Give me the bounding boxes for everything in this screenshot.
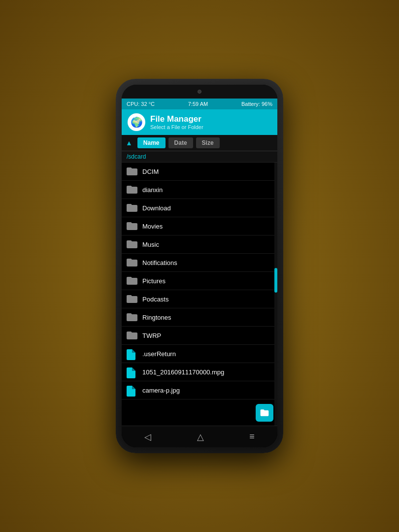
file-name: Ringtones	[142, 314, 272, 321]
file-name: Music	[142, 241, 272, 248]
list-item[interactable]: Ringtones	[122, 308, 277, 327]
folder-icon	[127, 222, 137, 231]
status-bar: CPU: 32 °C 7:59 AM Battery: 96%	[122, 99, 277, 109]
sort-size-button[interactable]: Size	[196, 137, 220, 148]
sort-name-button[interactable]: Name	[137, 137, 166, 148]
folder-icon	[127, 167, 137, 176]
file-name: TWRP	[142, 332, 272, 339]
phone-frame: CPU: 32 °C 7:59 AM Battery: 96% 🌍 File M…	[116, 79, 283, 453]
home-button[interactable]: △	[189, 428, 212, 446]
back-button[interactable]: ◁	[136, 428, 159, 446]
sort-bar: ▲ Name Date Size	[122, 135, 277, 151]
file-name: Notifications	[142, 259, 272, 266]
list-item[interactable]: dianxin	[122, 181, 277, 199]
file-list-container: DCIM dianxin	[122, 163, 277, 426]
file-icon	[127, 386, 137, 395]
scrollbar-thumb[interactable]	[274, 268, 277, 293]
list-item[interactable]: DCIM	[122, 163, 277, 181]
list-item[interactable]: camera-p.jpg	[122, 381, 277, 399]
app-icon: 🌍	[128, 113, 145, 131]
file-name: Podcasts	[142, 296, 272, 303]
file-icon	[127, 349, 137, 358]
file-list: DCIM dianxin	[122, 163, 277, 399]
file-icon	[127, 367, 137, 376]
file-name: Download	[142, 204, 272, 212]
cpu-status: CPU: 32 °C	[127, 101, 155, 107]
phone-top-bezel	[122, 85, 277, 99]
list-item[interactable]: Notifications	[122, 254, 277, 272]
phone-screen: CPU: 32 °C 7:59 AM Battery: 96% 🌍 File M…	[122, 85, 277, 447]
folder-icon	[127, 258, 137, 267]
sort-date-button[interactable]: Date	[168, 137, 193, 148]
folder-icon	[127, 203, 137, 212]
list-item[interactable]: 1051_20160911170000.mpg	[122, 363, 277, 381]
app-title: File Manager	[150, 114, 203, 124]
folder-icon	[127, 240, 137, 249]
file-name: .userReturn	[142, 350, 272, 358]
app-header: 🌍 File Manager Select a File or Folder	[122, 109, 277, 135]
file-name: 1051_20160911170000.mpg	[142, 368, 272, 376]
battery-status: Battery: 96%	[241, 101, 272, 107]
list-item[interactable]: TWRP	[122, 327, 277, 345]
path-bar: /sdcard	[122, 151, 277, 163]
sort-icon: ▲	[126, 139, 133, 147]
front-camera	[198, 90, 201, 94]
folder-icon	[127, 295, 137, 303]
current-path: /sdcard	[127, 153, 146, 160]
file-name: dianxin	[142, 186, 272, 194]
app-icon-glyph: 🌍	[131, 116, 143, 128]
list-item[interactable]: Movies	[122, 217, 277, 235]
app-title-area: File Manager Select a File or Folder	[150, 114, 203, 130]
list-item[interactable]: Download	[122, 199, 277, 217]
file-name: Pictures	[142, 277, 272, 285]
menu-button[interactable]: ≡	[241, 428, 263, 446]
scrollbar[interactable]	[274, 163, 277, 426]
list-item[interactable]: Music	[122, 235, 277, 254]
list-item[interactable]: .userReturn	[122, 345, 277, 363]
folder-icon	[127, 313, 137, 322]
folder-icon	[127, 331, 137, 340]
list-item[interactable]: Podcasts	[122, 290, 277, 308]
file-name: DCIM	[142, 168, 272, 175]
folder-icon	[127, 185, 137, 194]
bottom-nav: ◁ △ ≡	[122, 426, 277, 447]
app-subtitle: Select a File or Folder	[150, 124, 203, 130]
file-name: camera-p.jpg	[142, 387, 272, 394]
time-status: 7:59 AM	[188, 101, 208, 107]
screen: CPU: 32 °C 7:59 AM Battery: 96% 🌍 File M…	[122, 99, 277, 447]
file-name: Movies	[142, 223, 272, 230]
folder-icon	[127, 276, 137, 285]
fab-button[interactable]	[256, 404, 273, 422]
list-item[interactable]: Pictures	[122, 272, 277, 290]
